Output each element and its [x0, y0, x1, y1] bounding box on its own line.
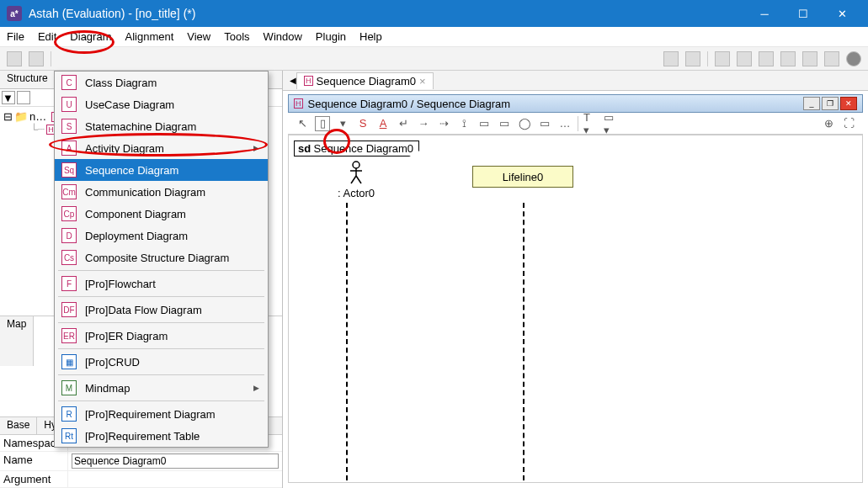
canvas-tab[interactable]: H Sequence Diagram0 × [296, 72, 434, 89]
state-icon[interactable]: ◯ [517, 116, 532, 131]
maximize-button[interactable]: ☐ [784, 0, 823, 27]
diagram-canvas[interactable]: sd Sequence Diagram0 : Actor0 Lifeline0 [288, 135, 863, 483]
actor-element[interactable]: : Actor0 [338, 161, 375, 199]
menu-item-activity-diagram[interactable]: AActivity Diagram▶ [55, 137, 268, 159]
more-icon[interactable] [824, 51, 839, 66]
menu-separator [58, 374, 264, 375]
menu-file[interactable]: File [0, 28, 31, 45]
s-tool-icon[interactable]: S [355, 116, 370, 131]
lifeline-element[interactable]: Lifeline0 [472, 166, 573, 188]
menu-item-icon: ER [61, 328, 77, 343]
menu-item-label: Sequence Diagram [85, 164, 178, 177]
map-tab[interactable]: Map [0, 316, 34, 366]
menu-item-label: Class Diagram [85, 77, 157, 89]
folder-icon: 📁 [14, 110, 28, 123]
canvas-titlebar: H Sequence Diagram0 / Sequence Diagram _… [288, 94, 863, 113]
lifeline-tool-icon[interactable]: ▯ [315, 116, 330, 131]
filter2-icon[interactable] [17, 91, 30, 104]
minimize-button[interactable]: ─ [745, 0, 784, 27]
lifeline-line[interactable] [523, 203, 525, 480]
canvas-restore-button[interactable]: ❐ [822, 97, 839, 110]
color-icon[interactable] [780, 51, 796, 66]
menu-item-statemachine-diagram[interactable]: SStatemachine Diagram [55, 115, 268, 137]
actor-lifeline[interactable] [346, 203, 348, 480]
pin-icon[interactable]: ⟟ [456, 116, 471, 131]
new-icon[interactable] [7, 51, 22, 66]
close-button[interactable]: ✕ [823, 0, 861, 27]
return-arrow-icon[interactable]: ↵ [396, 116, 411, 131]
align-icon[interactable] [663, 51, 679, 66]
menu-item-deployment-diagram[interactable]: DDeployment Diagram [55, 225, 268, 247]
menu-diagram[interactable]: Diagram [63, 28, 118, 45]
menu-item-label: Statemachine Diagram [85, 120, 196, 133]
menu-item-component-diagram[interactable]: CpComponent Diagram [55, 203, 268, 225]
menu-item--pro-requirement-table[interactable]: Rt[Pro]Requirement Table [55, 425, 268, 447]
filter-icon[interactable]: ▼ [2, 91, 15, 104]
menu-item-sequence-diagram[interactable]: SqSequence Diagram [55, 159, 268, 181]
menu-plugin[interactable]: Plugin [309, 28, 353, 45]
menu-item-label: [Pro]Flowchart [85, 278, 156, 290]
zoom-fit-icon[interactable]: ⛶ [841, 116, 856, 131]
canvas-close-button[interactable]: ✕ [840, 97, 857, 110]
open-icon[interactable] [29, 51, 44, 66]
text-tool-icon[interactable]: T ▾ [583, 116, 599, 131]
interaction-use-icon[interactable]: ▭ [497, 116, 512, 131]
menu-item-label: [Pro]Requirement Table [85, 430, 200, 443]
menu-edit[interactable]: Edit [31, 28, 63, 45]
dropdown-arrow-icon[interactable]: ▾ [335, 116, 350, 131]
menu-alignment[interactable]: Alignment [118, 28, 180, 45]
menu-item-icon: M [61, 380, 77, 395]
circle-icon[interactable] [846, 51, 861, 66]
tree-expander-icon[interactable]: ⊟ [3, 110, 13, 123]
menu-item-mindmap[interactable]: MMindmap▶ [55, 377, 268, 399]
menu-item-label: [Pro]Data Flow Diagram [85, 304, 202, 316]
tab-close-icon[interactable]: × [419, 75, 426, 88]
canvas-minimize-button[interactable]: _ [803, 97, 820, 110]
menu-item--pro-er-diagram[interactable]: ER[Pro]ER Diagram [55, 325, 268, 347]
a-tool-icon[interactable]: A [375, 116, 391, 131]
menu-item-communication-diagram[interactable]: CmCommunication Diagram [55, 181, 268, 203]
tab-nav-left-icon[interactable]: ◀ [290, 76, 296, 85]
menu-item-icon: Cp [61, 206, 77, 221]
menu-item-composite-structure-diagram[interactable]: CsComposite Structure Diagram [55, 247, 268, 268]
dashed-arrow-icon[interactable]: ⇢ [436, 116, 451, 131]
menu-item-usecase-diagram[interactable]: UUseCase Diagram [55, 93, 268, 115]
menu-item-label: Deployment Diagram [85, 230, 188, 242]
message-arrow-icon[interactable]: → [416, 116, 431, 131]
menu-item-icon: C [61, 75, 77, 90]
structure-tab[interactable]: Structure [0, 71, 56, 88]
style-icon[interactable] [715, 51, 730, 66]
toolbar-sep [578, 116, 578, 131]
zoom-in-icon[interactable]: ⊕ [821, 116, 836, 131]
name-input[interactable] [72, 454, 279, 469]
rect-tool-icon[interactable]: ▭ ▾ [604, 116, 619, 131]
window-title: Astah (Evaluation) - [no_title] (*) [29, 7, 745, 20]
menu-item--pro-flowchart[interactable]: F[Pro]Flowchart [55, 273, 268, 294]
menu-separator [58, 400, 264, 401]
note-icon[interactable]: ▭ [537, 116, 552, 131]
menu-item-icon: S [61, 119, 77, 134]
menu-help[interactable]: Help [353, 28, 389, 45]
combined-fragment-icon[interactable]: ▭ [477, 116, 492, 131]
menu-item--pro-data-flow-diagram[interactable]: DF[Pro]Data Flow Diagram [55, 299, 268, 321]
menu-window[interactable]: Window [257, 28, 309, 45]
pointer-tool-icon[interactable]: ↖ [295, 116, 310, 131]
tree-root-label[interactable]: n… [29, 110, 46, 123]
line-icon[interactable] [802, 51, 817, 66]
svg-point-0 [353, 162, 359, 168]
menu-item--pro-requirement-diagram[interactable]: R[Pro]Requirement Diagram [55, 403, 268, 425]
font-icon[interactable] [759, 51, 774, 66]
base-tab[interactable]: Base [0, 417, 37, 434]
fill-icon[interactable] [737, 51, 752, 66]
left-panel: Structure ▼ ⊟ 📁 n… H └┈ H CClass Diagram… [0, 71, 283, 488]
menu-view[interactable]: View [180, 28, 217, 45]
menu-tools[interactable]: Tools [217, 28, 256, 45]
menu-item-label: UseCase Diagram [85, 98, 174, 111]
more-icon[interactable]: … [557, 116, 572, 131]
grid-icon[interactable] [685, 51, 700, 66]
canvas-area: ◀ H Sequence Diagram0 × H Sequence Diagr… [283, 71, 868, 488]
menu-item--pro-crud[interactable]: ▦[Pro]CRUD [55, 351, 268, 373]
menu-item-label: Component Diagram [85, 208, 186, 220]
canvas-title: Sequence Diagram0 / Sequence Diagram [308, 98, 511, 110]
menu-item-class-diagram[interactable]: CClass Diagram [55, 72, 268, 93]
